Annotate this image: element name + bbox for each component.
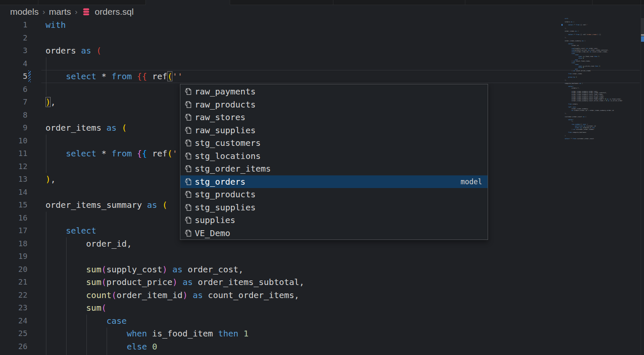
indent-guide: [107, 328, 107, 355]
suggestion-item-stg_products[interactable]: stg_products: [180, 188, 488, 201]
suggestion-item-stg_supplies[interactable]: stg_supplies: [180, 201, 488, 214]
reference-icon: [184, 190, 192, 199]
active-tab[interactable]: [146, 0, 230, 5]
code-text: sum(: [27, 301, 107, 315]
tab-separator: [145, 0, 146, 5]
line-number[interactable]: 13: [0, 173, 27, 186]
line-number[interactable]: 17: [0, 224, 27, 237]
suggestion-item-stg_order_items[interactable]: stg_order_items: [180, 162, 488, 175]
line-number[interactable]: 11: [0, 147, 27, 160]
suggestion-item-raw_products[interactable]: raw_products: [180, 98, 488, 111]
line-number[interactable]: 4: [0, 57, 27, 70]
line-number[interactable]: 3: [0, 44, 27, 57]
code-text: [27, 250, 46, 263]
autocomplete-popup[interactable]: raw_payments raw_products raw_stores raw…: [180, 84, 488, 240]
code-text: select * from {{ ref(': [27, 147, 177, 160]
breadcrumb: models › marts › orders.sql: [10, 5, 134, 19]
line-number[interactable]: 16: [0, 212, 27, 225]
code-line[interactable]: 5 select * from {{ ref('': [0, 70, 644, 83]
line-number[interactable]: 22: [0, 289, 27, 302]
line-number[interactable]: 24: [0, 315, 27, 328]
code-line[interactable]: 2: [0, 32, 644, 45]
code-text: case: [27, 315, 127, 328]
suggestion-label: stg_orders: [195, 177, 245, 187]
code-line[interactable]: 25 when is_food_item then 1: [0, 327, 644, 340]
suggestion-item-raw_payments[interactable]: raw_payments: [180, 85, 488, 98]
indent-guide: [46, 212, 46, 355]
code-line[interactable]: 3orders as (: [0, 44, 644, 57]
minimap[interactable]: with orders as ( select * from {{ ref(''…: [565, 18, 640, 140]
breadcrumb-item-file[interactable]: orders.sql: [95, 7, 134, 17]
reference-icon: [184, 229, 192, 237]
suggestion-label: stg_products: [195, 189, 256, 199]
line-number[interactable]: 19: [0, 250, 27, 263]
code-line[interactable]: 21 sum(product_price) as order_items_sub…: [0, 276, 644, 289]
line-number[interactable]: 6: [0, 83, 27, 96]
line-number[interactable]: 21: [0, 276, 27, 289]
code-line[interactable]: 24 case: [0, 315, 644, 328]
tab-separator: [592, 0, 593, 5]
code-line[interactable]: 4: [0, 57, 644, 70]
line-number[interactable]: 10: [0, 134, 27, 148]
reference-icon: [184, 139, 192, 147]
reference-icon: [184, 216, 192, 224]
code-text: [27, 134, 46, 148]
line-number[interactable]: 26: [0, 340, 27, 353]
suggestion-item-raw_supplies[interactable]: raw_supplies: [180, 124, 488, 137]
line-number[interactable]: 20: [0, 263, 27, 276]
line-number[interactable]: 12: [0, 160, 27, 173]
suggestion-item-VE_Demo[interactable]: VE_Demo: [180, 227, 488, 240]
line-number[interactable]: 14: [0, 186, 27, 199]
code-line[interactable]: 23 sum(: [0, 301, 644, 315]
breadcrumb-item-marts[interactable]: marts: [49, 7, 71, 17]
suggestion-label: supplies: [195, 215, 235, 225]
suggestion-item-raw_stores[interactable]: raw_stores: [180, 111, 488, 124]
suggestion-label: stg_supplies: [195, 202, 256, 212]
line-number[interactable]: 2: [0, 32, 27, 45]
tab-separator: [333, 0, 333, 5]
cursor-position-marker: [641, 34, 644, 36]
reference-icon: [184, 113, 192, 121]
chevron-right-icon: ›: [43, 7, 45, 16]
code-text: [27, 212, 46, 225]
breadcrumb-item-models[interactable]: models: [10, 7, 39, 17]
code-text: order_items as (: [27, 121, 127, 134]
code-text: count(order_item_id) as count_order_item…: [27, 289, 299, 302]
line-number[interactable]: 15: [0, 199, 27, 212]
line-number[interactable]: 18: [0, 237, 27, 250]
suggestion-label: VE_Demo: [195, 228, 230, 238]
code-text: order_id,: [27, 237, 132, 250]
line-number[interactable]: 9: [0, 121, 27, 134]
line-number[interactable]: 5: [0, 70, 27, 83]
line-number[interactable]: 25: [0, 327, 27, 340]
suggestion-label: stg_customers: [195, 138, 261, 148]
overview-ruler[interactable]: [641, 0, 644, 355]
code-text: order_items_summary as (: [27, 199, 167, 212]
line-number[interactable]: 23: [0, 301, 27, 315]
suggestion-detail: model: [461, 178, 482, 186]
suggestion-item-stg_locations[interactable]: stg_locations: [180, 150, 488, 163]
suggestion-item-stg_orders[interactable]: stg_ordersmodel: [180, 175, 488, 188]
code-line[interactable]: 26 else 0: [0, 340, 644, 353]
line-number[interactable]: 1: [0, 19, 27, 32]
suggestion-label: raw_products: [195, 100, 256, 110]
chevron-right-icon: ›: [75, 7, 78, 16]
database-icon: [82, 8, 91, 16]
suggestion-label: stg_locations: [195, 151, 261, 161]
reference-icon: [184, 100, 192, 109]
suggestion-item-stg_customers[interactable]: stg_customers: [180, 137, 488, 150]
code-line[interactable]: 22 count(order_item_id) as count_order_i…: [0, 289, 644, 302]
reference-icon: [184, 152, 192, 160]
code-line[interactable]: 1with: [0, 19, 644, 32]
reference-icon: [184, 87, 192, 96]
code-line[interactable]: 20 sum(supply_cost) as order_cost,: [0, 263, 644, 276]
code-line[interactable]: 19: [0, 250, 644, 263]
scrollbar-slider[interactable]: [641, 18, 644, 35]
suggestion-item-supplies[interactable]: supplies: [180, 214, 488, 227]
code-text: [27, 83, 46, 96]
tab-separator: [465, 0, 465, 5]
reference-icon: [184, 164, 192, 173]
line-number[interactable]: 8: [0, 109, 27, 122]
line-number[interactable]: 7: [0, 96, 27, 109]
tab-bar[interactable]: [0, 0, 644, 5]
